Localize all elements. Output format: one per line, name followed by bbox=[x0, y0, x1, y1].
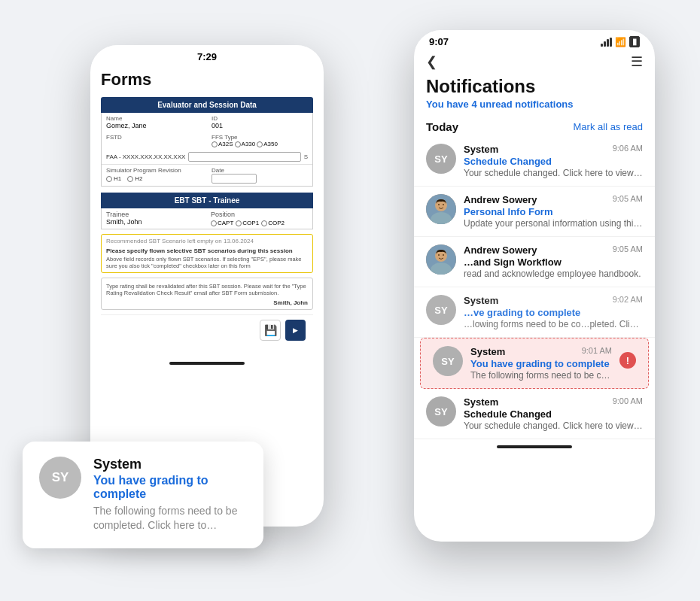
preview-2: Update your personal information using t… bbox=[464, 218, 643, 229]
sim-col: Simulator Program Revision H1 H2 bbox=[102, 165, 207, 186]
trainee-row: Trainee Smith, John Position CAPT COP1 C… bbox=[101, 208, 313, 229]
trainee-value: Smith, John bbox=[106, 218, 203, 226]
position-label: Position bbox=[211, 211, 308, 218]
avatar-3 bbox=[426, 244, 456, 275]
avatar-1: SY bbox=[426, 144, 456, 174]
sim-date-row: Simulator Program Revision H1 H2 Date bbox=[102, 165, 312, 186]
tooltip-avatar: SY bbox=[39, 457, 81, 499]
notice-text: Please specify flown selective SBT scena… bbox=[106, 247, 308, 254]
subtitle-text: You have bbox=[426, 99, 469, 110]
name-label: Name bbox=[106, 115, 202, 122]
avatar-4: SY bbox=[426, 295, 456, 325]
sender-2: Andrew Sowery bbox=[464, 194, 537, 205]
notif-title: Notifications bbox=[414, 73, 655, 99]
h1-label: H1 bbox=[114, 175, 121, 182]
a32s-radio[interactable] bbox=[212, 141, 218, 147]
time-1: 9:06 AM bbox=[613, 144, 643, 153]
forms-fstd-col: FSTD bbox=[102, 132, 207, 150]
notif-body-1: System 9:06 AM Schedule Changed Your sch… bbox=[464, 144, 643, 178]
avatar-5: SY bbox=[433, 346, 463, 376]
avatar-2 bbox=[426, 194, 456, 224]
a350-radio[interactable] bbox=[257, 141, 263, 147]
svg-point-11 bbox=[443, 254, 444, 256]
sender-1: System bbox=[464, 144, 498, 155]
forms-fstd-row: FSTD FFS Type A32S A330 A350 bbox=[102, 132, 312, 150]
back-button[interactable]: ❮ bbox=[426, 53, 437, 70]
tooltip-card: SY System You have grading to complete T… bbox=[23, 442, 263, 548]
tooltip-content: System You have grading to complete The … bbox=[93, 457, 247, 533]
notif-time: 9:07 bbox=[429, 36, 449, 47]
avatar-6: SY bbox=[426, 396, 456, 426]
notice-box-2: Type rating shall be revalidated after t… bbox=[101, 278, 313, 310]
subject-4: …ve grading to complete bbox=[464, 307, 643, 318]
faa-input[interactable] bbox=[188, 152, 300, 162]
svg-point-5 bbox=[443, 204, 444, 205]
battery-icon: ▮ bbox=[629, 36, 640, 47]
sender-4: System bbox=[464, 295, 498, 306]
tooltip-sender: System bbox=[93, 457, 247, 472]
fstd-label: FSTD bbox=[106, 134, 202, 141]
forms-section2-header: EBT SBT - Trainee bbox=[101, 193, 313, 208]
ffs-label: FFS Type bbox=[212, 134, 308, 141]
notif-body-5: System 9:01 AM You have grading to compl… bbox=[470, 346, 612, 381]
date-input[interactable] bbox=[212, 174, 257, 184]
time-5: 9:01 AM bbox=[582, 346, 612, 355]
forms-title: Forms bbox=[101, 65, 313, 97]
h2-radio[interactable] bbox=[127, 176, 133, 182]
notif-badge-5: ! bbox=[619, 352, 636, 369]
mark-all-button[interactable]: Mark all as read bbox=[574, 121, 643, 132]
notif-subtitle: You have 4 unread notifications bbox=[414, 99, 655, 116]
id-label: ID bbox=[212, 115, 308, 122]
forms-name-col: Name Gomez, Jane bbox=[102, 113, 207, 132]
sender-6: System bbox=[464, 396, 498, 408]
notif-item-4[interactable]: SY System 9:02 AM …ve grading to complet… bbox=[414, 287, 655, 338]
h2-label: H2 bbox=[135, 175, 142, 182]
a330-radio[interactable] bbox=[235, 141, 241, 147]
home-indicator-forms bbox=[169, 362, 245, 365]
subject-2: Personal Info Form bbox=[464, 206, 643, 217]
h1-h2-radios: H1 H2 bbox=[106, 175, 202, 182]
notif-item-1[interactable]: SY System 9:06 AM Schedule Changed Your … bbox=[414, 136, 655, 187]
time-3: 9:05 AM bbox=[613, 244, 643, 253]
notif-item-2[interactable]: Andrew Sowery 9:05 AM Personal Info Form… bbox=[414, 187, 655, 237]
sim-label: Simulator Program Revision bbox=[106, 167, 202, 174]
time-6: 9:00 AM bbox=[613, 396, 643, 405]
notice-box2-footer: Smith, John bbox=[106, 299, 308, 306]
unread-count: 4 unread notifications bbox=[471, 99, 573, 110]
svg-point-10 bbox=[438, 254, 440, 256]
status-icons: 📶 ▮ bbox=[601, 36, 640, 47]
capt-radio[interactable] bbox=[211, 220, 217, 226]
forms-time: 7:29 bbox=[197, 51, 217, 62]
date-label: Date bbox=[212, 167, 308, 174]
bottom-bar: 💾 ▶ bbox=[101, 314, 313, 345]
sender-5: System bbox=[470, 346, 505, 357]
wifi-icon: 📶 bbox=[615, 37, 626, 47]
signal-icon bbox=[601, 38, 612, 47]
preview-4: …lowing forms need to be co…pleted. Clic… bbox=[464, 319, 643, 329]
notif-body-4: System 9:02 AM …ve grading to complete …… bbox=[464, 295, 643, 329]
time-4: 9:02 AM bbox=[613, 295, 643, 304]
date-col: Date bbox=[207, 165, 312, 186]
tooltip-preview: The following forms need to be completed… bbox=[93, 504, 247, 533]
cop1-radio[interactable] bbox=[236, 220, 242, 226]
subject-6: Schedule Changed bbox=[464, 408, 643, 420]
next-button[interactable]: ▶ bbox=[285, 320, 306, 341]
menu-button[interactable]: ☰ bbox=[631, 53, 643, 70]
today-label: Today bbox=[426, 120, 458, 133]
forms-id-col: ID 001 bbox=[207, 113, 312, 132]
subject-5: You have grading to complete bbox=[470, 358, 612, 369]
save-button[interactable]: 💾 bbox=[260, 320, 281, 341]
notice-box-1: Recommended SBT Scenario left empty on 1… bbox=[101, 234, 313, 273]
home-indicator-notif bbox=[497, 445, 572, 448]
preview-5: The following forms need to be completed… bbox=[470, 370, 612, 381]
notif-body-6: System 9:00 AM Schedule Changed Your sch… bbox=[464, 396, 643, 431]
cop2-radio[interactable] bbox=[261, 220, 267, 226]
forms-section-header: Evaluator and Session Data bbox=[101, 97, 313, 113]
notif-item-3[interactable]: Andrew Sowery 9:05 AM …and Sign Workflow… bbox=[414, 237, 655, 287]
notif-item-5[interactable]: SY System 9:01 AM You have grading to co… bbox=[420, 338, 649, 389]
notice-label: Recommended SBT Scenario left empty on 1… bbox=[106, 238, 308, 244]
forms-table: Name Gomez, Jane ID 001 FSTD FFS Type A3… bbox=[101, 113, 313, 187]
notif-item-6[interactable]: SY System 9:00 AM Schedule Changed Your … bbox=[414, 389, 655, 439]
svg-point-4 bbox=[438, 204, 440, 205]
h1-radio[interactable] bbox=[106, 176, 112, 182]
